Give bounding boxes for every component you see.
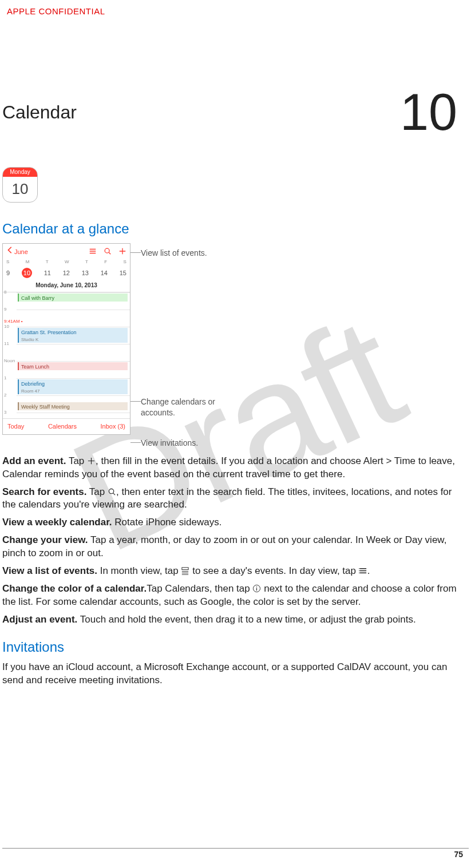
- event: Debriefing Room 47: [18, 379, 128, 394]
- para-change-view: Change your view. Tap a year, month, or …: [2, 534, 457, 560]
- weekday: T: [46, 259, 49, 265]
- schedule: 8 9 9:41AM • 10 11 Noon 1 2 3 Call with …: [3, 292, 130, 418]
- event: Weekly Staff Meeting: [18, 402, 128, 410]
- callout-invitations: View invitations.: [141, 438, 198, 449]
- hour-label: 8: [4, 289, 6, 295]
- figure-calendar-screenshot: June S M T W T F S 9 10 11: [2, 243, 457, 449]
- weeknum-today: 10: [22, 268, 32, 278]
- plus-icon: [87, 457, 96, 465]
- calendar-app-icon: Monday 10: [2, 167, 38, 203]
- para-color: Change the color of a calendar.Tap Calen…: [2, 582, 457, 609]
- weeknum: 11: [44, 269, 51, 278]
- hour-label: 2: [4, 392, 6, 398]
- weekday: T: [85, 259, 88, 265]
- event: Grattan St. Presentation Studio K: [18, 328, 128, 343]
- back-button: June: [6, 246, 28, 256]
- chevron-left-icon: [6, 246, 14, 254]
- event-sub: Room 47: [21, 389, 39, 394]
- weeknum: 15: [120, 269, 126, 278]
- hour-label: 11: [4, 340, 9, 347]
- search-icon: [104, 247, 112, 255]
- para-list-events: View a list of events. In month view, ta…: [2, 565, 457, 578]
- event: Call with Barry: [18, 294, 128, 302]
- callout-calendars: Change calendars or accounts.: [141, 397, 232, 418]
- svg-point-3: [359, 568, 360, 569]
- weekday: S: [6, 259, 9, 265]
- plus-icon: [118, 247, 126, 255]
- confidential-header: APPLE CONFIDENTIAL: [7, 6, 457, 17]
- weeknum: 12: [63, 269, 70, 278]
- chapter-number: 10: [400, 92, 457, 133]
- hour-label: 10: [4, 323, 9, 330]
- svg-point-0: [105, 248, 109, 253]
- weekday: F: [104, 259, 107, 265]
- svg-point-7: [256, 586, 258, 588]
- svg-point-4: [359, 570, 360, 572]
- page-rule: [2, 848, 469, 849]
- hour-label: 9: [4, 306, 6, 312]
- weekday: M: [26, 259, 30, 265]
- info-icon: [252, 584, 261, 593]
- hour-label: Noon: [4, 358, 15, 364]
- weeknum: 9: [6, 269, 10, 278]
- event: Team Lunch: [18, 362, 128, 370]
- list-icon: [89, 247, 97, 255]
- hour-label: 3: [4, 409, 6, 415]
- day-list-icon: [181, 566, 189, 575]
- weekday: W: [65, 259, 69, 265]
- para-search: Search for events. Tap , then enter text…: [2, 486, 457, 512]
- back-label: June: [14, 248, 28, 255]
- phone-mock: June S M T W T F S 9 10 11: [2, 243, 130, 435]
- date-label: Monday, June 10, 2013: [3, 279, 130, 292]
- section-heading-invitations: Invitations: [2, 638, 457, 656]
- list-icon: [359, 566, 367, 575]
- svg-point-5: [359, 573, 360, 574]
- calendars-button: Calendars: [48, 422, 77, 431]
- hour-label: 1: [4, 375, 6, 381]
- inbox-button: Inbox (3): [101, 422, 125, 431]
- weeknum: 14: [101, 269, 108, 278]
- svg-point-1: [109, 489, 113, 493]
- para-add-event: Add an event. Tap , then fill in the eve…: [2, 455, 457, 481]
- app-icon-day: 10: [3, 179, 37, 199]
- para-weekly: View a weekly calendar. Rotate iPhone si…: [2, 516, 457, 529]
- event-sub: Studio K: [21, 337, 38, 342]
- section-heading-glance: Calendar at a glance: [2, 220, 457, 238]
- weeknum: 13: [82, 269, 89, 278]
- search-icon: [108, 487, 116, 496]
- event-title: Grattan St. Presentation: [21, 330, 77, 335]
- weekday: S: [124, 259, 126, 265]
- event-title: Debriefing: [21, 381, 45, 387]
- app-icon-month: Monday: [3, 168, 37, 177]
- today-button: Today: [7, 422, 24, 431]
- chapter-title: Calendar: [2, 100, 77, 125]
- para-adjust: Adjust an event. Touch and hold the even…: [2, 613, 457, 627]
- svg-rect-2: [182, 568, 188, 570]
- page-number: 75: [454, 849, 463, 860]
- callout-list: View list of events.: [141, 248, 207, 259]
- para-invitations: If you have an iCloud account, a Microso…: [2, 661, 457, 687]
